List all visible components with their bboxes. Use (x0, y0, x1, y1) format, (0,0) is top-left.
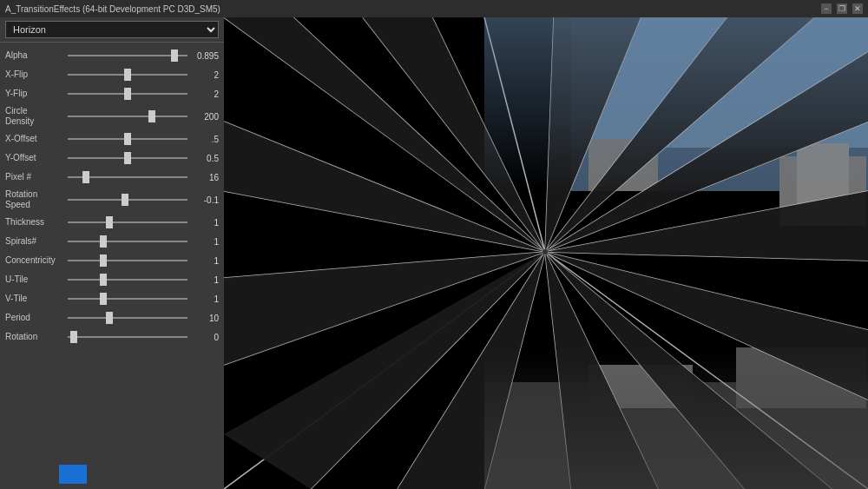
restore-button[interactable]: ❐ (837, 3, 847, 14)
slider-track-thickness[interactable] (68, 215, 187, 229)
slider-value-y-flip: 2 (187, 89, 219, 99)
slider-label-y-flip: Y-Flip (5, 89, 68, 99)
sliders-area: Alpha0.895X-Flip2Y-Flip2CircleDensity200… (0, 43, 224, 459)
slider-row-thickness: Thickness1 (0, 213, 224, 232)
slider-label-period: Period (5, 313, 68, 323)
color-swatch[interactable] (59, 465, 87, 484)
slider-thumb-x-offset[interactable] (124, 133, 131, 145)
svg-point-52 (542, 249, 548, 254)
slider-label-x-offset: X-Offset (5, 134, 68, 144)
slider-value-y-offset: 0.5 (187, 154, 219, 163)
slider-row-spirals-hash: Spirals#1 (0, 232, 224, 251)
slider-track-inner-circle-density (68, 116, 187, 117)
slider-track-v-tile[interactable] (68, 292, 187, 306)
slider-thumb-pixel-hash[interactable] (82, 171, 89, 183)
slider-thumb-u-tile[interactable] (100, 274, 107, 286)
slider-thumb-y-offset[interactable] (124, 152, 131, 164)
dropdown-container: Horizon (0, 17, 224, 43)
slider-track-concentricity[interactable] (68, 254, 187, 268)
slider-track-inner-y-flip (68, 93, 187, 95)
slider-track-inner-y-offset (68, 157, 187, 159)
slider-label-u-tile: U-Tile (5, 274, 68, 285)
slider-row-x-flip: X-Flip2 (0, 65, 224, 84)
slider-thumb-spirals-hash[interactable] (100, 235, 107, 248)
slider-row-y-offset: Y-Offset0.5 (0, 149, 224, 168)
slider-track-rotation[interactable] (68, 330, 187, 344)
slider-track-inner-u-tile (68, 279, 187, 281)
slider-label-spirals-hash: Spirals# (5, 236, 68, 247)
slider-thumb-period[interactable] (106, 312, 113, 324)
slider-row-pixel-hash: Pixel #16 (0, 168, 224, 187)
slider-row-period: Period10 (0, 308, 224, 327)
slider-value-thickness: 1 (187, 218, 219, 228)
slider-track-spirals-hash[interactable] (68, 235, 187, 248)
slider-row-rotation: Rotation0 (0, 327, 224, 347)
slider-track-inner-period (68, 317, 187, 319)
slider-track-inner-x-offset (68, 138, 187, 140)
canvas-area (224, 17, 868, 489)
left-panel: Horizon Alpha0.895X-Flip2Y-Flip2CircleDe… (0, 17, 224, 489)
slider-thumb-x-flip[interactable] (124, 69, 131, 81)
slider-value-v-tile: 1 (187, 294, 219, 304)
minimize-button[interactable]: − (821, 3, 832, 14)
slider-track-pixel-hash[interactable] (68, 170, 187, 184)
slider-track-inner-v-tile (68, 298, 187, 300)
slider-label-v-tile: V-Tile (5, 294, 68, 304)
slider-track-alpha[interactable] (68, 49, 187, 63)
title-text: A_TransitionEffects (64-bit Development … (5, 4, 220, 14)
slider-track-inner-rotation (68, 336, 187, 338)
slider-thumb-concentricity[interactable] (100, 254, 107, 267)
slider-row-v-tile: V-Tile1 (0, 289, 224, 308)
slider-track-u-tile[interactable] (68, 273, 187, 287)
slider-track-rotation-speed[interactable] (68, 193, 187, 207)
slider-value-x-flip: 2 (187, 70, 219, 80)
slider-thumb-circle-density[interactable] (148, 110, 155, 122)
slider-thumb-rotation-speed[interactable] (122, 194, 128, 206)
slider-value-period: 10 (187, 314, 219, 323)
slider-row-u-tile: U-Tile1 (0, 270, 224, 289)
slider-track-circle-density[interactable] (68, 109, 187, 123)
slider-track-x-flip[interactable] (68, 68, 187, 82)
slider-track-inner-alpha (68, 55, 187, 56)
slider-label-rotation-speed: RotationSpeed (5, 189, 68, 210)
slider-track-inner-rotation-speed (68, 199, 187, 201)
slider-thumb-alpha[interactable] (171, 50, 178, 62)
slider-label-concentricity: Concentricity (5, 255, 68, 266)
slider-track-x-offset[interactable] (68, 132, 187, 146)
close-button[interactable]: ✕ (852, 3, 863, 14)
effect-dropdown[interactable]: Horizon (5, 21, 219, 38)
slider-track-inner-concentricity (68, 260, 187, 261)
slider-track-inner-thickness (68, 221, 187, 223)
visualization-svg (224, 17, 868, 489)
slider-thumb-v-tile[interactable] (100, 293, 107, 305)
slider-track-period[interactable] (68, 311, 187, 325)
window-controls: − ❐ ✕ (821, 3, 863, 14)
slider-track-inner-spirals-hash (68, 241, 187, 242)
color-swatch-row (0, 459, 224, 489)
slider-thumb-rotation[interactable] (70, 331, 77, 343)
slider-track-inner-pixel-hash (68, 176, 187, 178)
slider-value-u-tile: 1 (187, 275, 219, 285)
slider-row-alpha: Alpha0.895 (0, 46, 224, 65)
slider-label-rotation: Rotation (5, 332, 68, 342)
right-panel (224, 17, 868, 489)
slider-value-pixel-hash: 16 (187, 173, 219, 182)
title-bar: A_TransitionEffects (64-bit Development … (0, 0, 868, 17)
slider-value-concentricity: 1 (187, 256, 219, 266)
slider-track-y-offset[interactable] (68, 151, 187, 165)
slider-track-y-flip[interactable] (68, 87, 187, 101)
main-layout: Horizon Alpha0.895X-Flip2Y-Flip2CircleDe… (0, 17, 868, 489)
slider-row-y-flip: Y-Flip2 (0, 84, 224, 103)
slider-value-rotation: 0 (187, 333, 219, 342)
slider-value-alpha: 0.895 (187, 51, 219, 61)
slider-row-concentricity: Concentricity1 (0, 251, 224, 270)
slider-value-circle-density: 200 (187, 112, 219, 122)
slider-label-x-flip: X-Flip (5, 69, 68, 80)
slider-thumb-thickness[interactable] (106, 216, 113, 228)
slider-label-y-offset: Y-Offset (5, 153, 68, 163)
slider-value-spirals-hash: 1 (187, 237, 219, 247)
slider-thumb-y-flip[interactable] (124, 88, 131, 100)
slider-label-thickness: Thickness (5, 217, 68, 228)
slider-track-inner-x-flip (68, 74, 187, 76)
slider-value-rotation-speed: -0.1 (187, 195, 219, 205)
